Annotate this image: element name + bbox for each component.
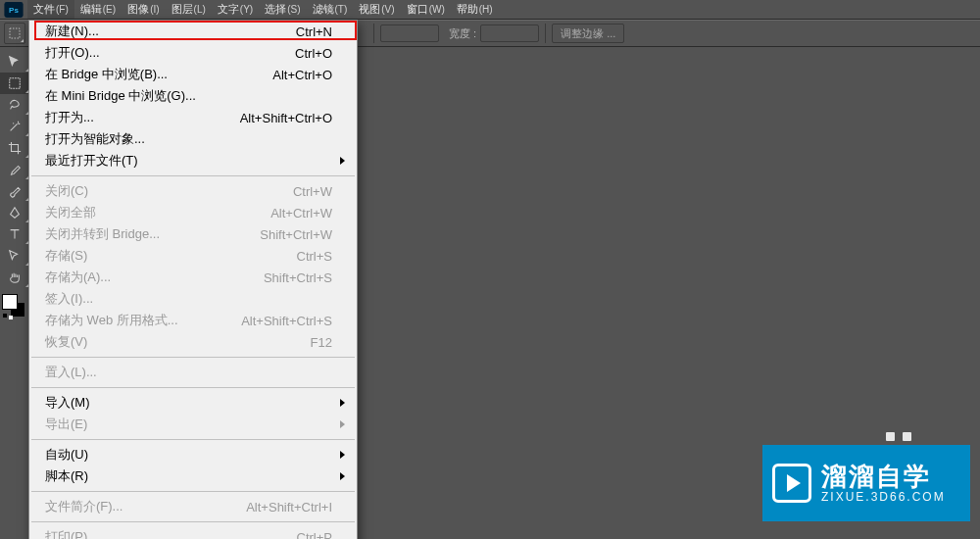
menu-layer[interactable]: 图层(L)	[166, 0, 212, 19]
menu-item: 恢复(V)F12	[29, 331, 357, 353]
separator	[545, 24, 546, 43]
menu-type[interactable]: 文字(Y)	[212, 0, 259, 19]
menu-item-label: 打开(O)...	[45, 44, 215, 62]
menu-item[interactable]: 打开为...Alt+Shift+Ctrl+O	[29, 107, 357, 128]
menu-item-shortcut: Alt+Shift+Ctrl+O	[215, 111, 332, 125]
watermark: 溜溜自学 ZIXUE.3D66.COM	[762, 445, 970, 521]
menu-item-shortcut: Ctrl+S	[215, 249, 332, 264]
menu-edit[interactable]: 编辑(E)	[74, 0, 122, 19]
tool-preset-picker[interactable]	[4, 23, 25, 44]
menu-item-label: 关闭(C)	[45, 182, 215, 200]
menu-select[interactable]: 选择(S)	[259, 0, 306, 19]
tool-path[interactable]	[0, 245, 29, 267]
menu-item-label: 最近打开文件(T)	[45, 152, 215, 170]
svg-rect-3	[10, 78, 21, 89]
menu-item-label: 在 Mini Bridge 中浏览(G)...	[45, 87, 215, 105]
play-icon	[772, 464, 811, 503]
menu-item-shortcut: Ctrl+N	[215, 24, 332, 39]
menu-item[interactable]: 脚本(R)	[29, 466, 357, 487]
menu-separator	[31, 387, 355, 388]
menu-item-shortcut: Alt+Shift+Ctrl+S	[215, 314, 332, 328]
tool-lasso[interactable]	[0, 94, 29, 116]
toolbox	[0, 47, 29, 319]
tool-type[interactable]	[0, 223, 29, 245]
menu-item[interactable]: 导入(M)	[29, 392, 357, 414]
submenu-arrow-icon	[340, 420, 345, 428]
menu-item[interactable]: 在 Mini Bridge 中浏览(G)...	[29, 85, 357, 107]
svg-rect-2	[10, 28, 20, 38]
menu-item-label: 置入(L)...	[45, 364, 215, 381]
menu-help[interactable]: 帮助(H)	[451, 0, 499, 19]
menu-window[interactable]: 窗口(W)	[401, 0, 451, 19]
separator	[373, 24, 374, 43]
menu-item-label: 打开为...	[45, 109, 215, 126]
menu-item-label: 存储为(A)...	[45, 269, 215, 286]
menu-item-label: 脚本(R)	[45, 467, 215, 485]
menu-item[interactable]: 新建(N)...Ctrl+N	[29, 21, 357, 42]
menu-item-shortcut: Alt+Shift+Ctrl+I	[215, 500, 332, 514]
menu-item: 存储为(A)...Shift+Ctrl+S	[29, 267, 357, 288]
menu-separator	[31, 521, 355, 522]
file-menu-dropdown: 新建(N)...Ctrl+N打开(O)...Ctrl+O在 Bridge 中浏览…	[28, 20, 358, 539]
menu-item-label: 自动(U)	[45, 446, 215, 464]
menu-item[interactable]: 最近打开文件(T)	[29, 150, 357, 172]
menu-item-shortcut: Ctrl+W	[215, 184, 332, 199]
tool-marquee[interactable]	[0, 73, 29, 94]
tool-wand[interactable]	[0, 116, 29, 137]
menu-filter[interactable]: 滤镜(T)	[307, 0, 354, 19]
menu-item-label: 在 Bridge 中浏览(B)...	[45, 66, 215, 83]
menu-item: 签入(I)...	[29, 288, 357, 310]
menu-item-shortcut: Shift+Ctrl+S	[215, 270, 332, 285]
menu-item: 关闭并转到 Bridge...Shift+Ctrl+W	[29, 223, 357, 245]
menu-item-label: 存储为 Web 所用格式...	[45, 312, 215, 329]
menu-item[interactable]: 打开(O)...Ctrl+O	[29, 42, 357, 64]
tool-eyedropper[interactable]	[0, 159, 29, 180]
menu-item-shortcut: Ctrl+O	[215, 46, 332, 61]
watermark-title: 溜溜自学	[821, 463, 946, 491]
width-field[interactable]	[480, 24, 539, 42]
ps-logo: Ps	[0, 0, 27, 20]
adjust-edge-button[interactable]: 调整边缘 ...	[552, 24, 624, 43]
menu-item-label: 签入(I)...	[45, 290, 215, 308]
menu-item-shortcut: F12	[215, 335, 332, 350]
menu-item-label: 关闭全部	[45, 204, 215, 221]
decoration-dots	[886, 432, 911, 441]
menu-image[interactable]: 图像(I)	[122, 0, 165, 19]
menu-file[interactable]: 文件(F)	[27, 0, 74, 19]
menu-item-shortcut: Ctrl+P	[215, 530, 332, 540]
menu-separator	[31, 439, 355, 440]
foreground-color[interactable]	[2, 294, 18, 310]
submenu-arrow-icon	[340, 472, 345, 480]
tool-pen[interactable]	[0, 202, 29, 223]
color-swatches[interactable]	[0, 292, 27, 319]
menu-item-label: 文件简介(F)...	[45, 498, 215, 515]
menu-item-shortcut: Shift+Ctrl+W	[215, 227, 332, 242]
menu-item-label: 新建(N)...	[45, 23, 215, 40]
menu-separator	[31, 357, 355, 358]
menu-item-shortcut: Alt+Ctrl+W	[215, 206, 332, 220]
menu-item: 存储为 Web 所用格式...Alt+Shift+Ctrl+S	[29, 310, 357, 331]
width-label: 宽度 :	[449, 26, 476, 41]
menu-item: 打印(P)...Ctrl+P	[29, 526, 357, 539]
menu-item[interactable]: 打开为智能对象...	[29, 128, 357, 150]
menu-item-label: 存储(S)	[45, 247, 215, 265]
default-colors-icon[interactable]	[3, 314, 13, 319]
menu-view[interactable]: 视图(V)	[353, 0, 400, 19]
menu-item: 关闭(C)Ctrl+W	[29, 180, 357, 202]
tool-move[interactable]	[0, 51, 29, 73]
tool-brush[interactable]	[0, 180, 29, 202]
menubar: Ps 文件(F) 编辑(E) 图像(I) 图层(L) 文字(Y) 选择(S) 滤…	[0, 0, 980, 20]
menu-item: 置入(L)...	[29, 362, 357, 383]
menu-item: 文件简介(F)...Alt+Shift+Ctrl+I	[29, 496, 357, 517]
height-field[interactable]	[380, 24, 439, 42]
menu-item[interactable]: 在 Bridge 中浏览(B)...Alt+Ctrl+O	[29, 64, 357, 85]
tool-crop[interactable]	[0, 137, 29, 159]
tool-hand[interactable]	[0, 267, 29, 288]
menu-item-shortcut: Alt+Ctrl+O	[215, 68, 332, 82]
menu-item: 存储(S)Ctrl+S	[29, 245, 357, 267]
submenu-arrow-icon	[340, 399, 345, 407]
menu-item[interactable]: 自动(U)	[29, 444, 357, 466]
menu-item-label: 导入(M)	[45, 394, 215, 412]
menu-item-label: 打开为智能对象...	[45, 130, 215, 148]
menu-item-label: 恢复(V)	[45, 333, 215, 351]
